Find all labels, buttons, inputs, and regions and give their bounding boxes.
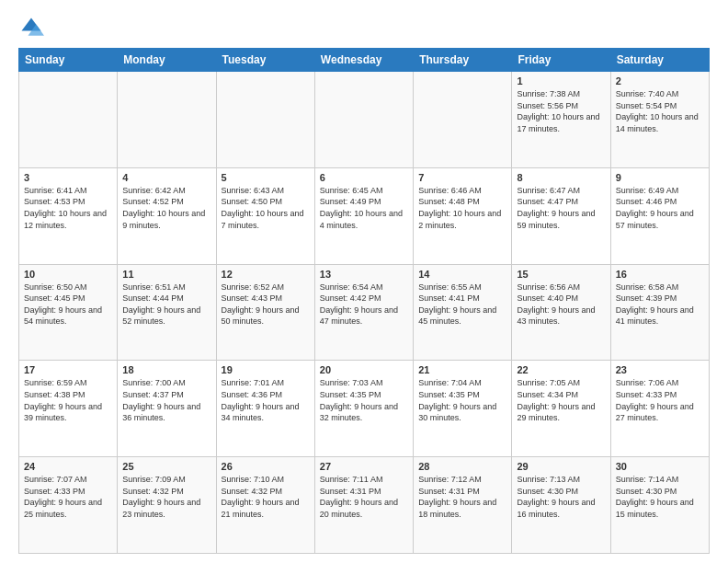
day-number: 5: [222, 172, 310, 183]
day-number: 16: [616, 269, 704, 280]
calendar-cell: 11Sunrise: 6:51 AM Sunset: 4:44 PM Dayli…: [118, 264, 216, 361]
calendar-header-saturday: Saturday: [610, 49, 709, 72]
calendar-header-sunday: Sunday: [19, 49, 118, 72]
calendar-cell: [19, 72, 118, 168]
day-number: 17: [24, 364, 112, 375]
day-info: Sunrise: 7:11 AM Sunset: 4:31 PM Dayligh…: [320, 474, 408, 520]
calendar-cell: 29Sunrise: 7:13 AM Sunset: 4:30 PM Dayli…: [512, 457, 610, 554]
calendar-cell: 16Sunrise: 6:58 AM Sunset: 4:39 PM Dayli…: [610, 264, 709, 361]
day-info: Sunrise: 6:55 AM Sunset: 4:41 PM Dayligh…: [418, 282, 506, 327]
day-number: 30: [616, 461, 704, 472]
day-number: 24: [24, 461, 112, 472]
day-info: Sunrise: 7:06 AM Sunset: 4:33 PM Dayligh…: [616, 377, 704, 423]
calendar: SundayMondayTuesdayWednesdayThursdayFrid…: [18, 48, 710, 554]
calendar-cell: 20Sunrise: 7:03 AM Sunset: 4:35 PM Dayli…: [314, 361, 413, 457]
day-info: Sunrise: 6:47 AM Sunset: 4:47 PM Dayligh…: [517, 185, 605, 231]
calendar-week-5: 24Sunrise: 7:07 AM Sunset: 4:33 PM Dayli…: [19, 457, 710, 554]
day-info: Sunrise: 6:51 AM Sunset: 4:44 PM Dayligh…: [122, 282, 210, 327]
day-number: 2: [616, 75, 704, 86]
day-number: 8: [517, 172, 605, 183]
day-info: Sunrise: 6:41 AM Sunset: 4:53 PM Dayligh…: [24, 185, 112, 231]
day-number: 25: [122, 461, 210, 472]
calendar-cell: 21Sunrise: 7:04 AM Sunset: 4:35 PM Dayli…: [414, 361, 512, 457]
day-info: Sunrise: 7:03 AM Sunset: 4:35 PM Dayligh…: [320, 377, 408, 423]
day-info: Sunrise: 6:52 AM Sunset: 4:43 PM Dayligh…: [222, 282, 310, 327]
day-info: Sunrise: 7:09 AM Sunset: 4:32 PM Dayligh…: [122, 474, 210, 520]
day-number: 23: [616, 364, 704, 375]
calendar-cell: 9Sunrise: 6:49 AM Sunset: 4:46 PM Daylig…: [610, 167, 709, 264]
day-info: Sunrise: 6:43 AM Sunset: 4:50 PM Dayligh…: [222, 185, 310, 231]
day-number: 6: [320, 172, 408, 183]
calendar-header-thursday: Thursday: [414, 49, 512, 72]
calendar-cell: 2Sunrise: 7:40 AM Sunset: 5:54 PM Daylig…: [610, 72, 709, 168]
day-number: 19: [222, 364, 310, 375]
day-info: Sunrise: 6:54 AM Sunset: 4:42 PM Dayligh…: [320, 282, 408, 327]
calendar-cell: 27Sunrise: 7:11 AM Sunset: 4:31 PM Dayli…: [314, 457, 413, 554]
calendar-cell: 7Sunrise: 6:46 AM Sunset: 4:48 PM Daylig…: [414, 167, 512, 264]
calendar-cell: 13Sunrise: 6:54 AM Sunset: 4:42 PM Dayli…: [314, 264, 413, 361]
calendar-cell: 24Sunrise: 7:07 AM Sunset: 4:33 PM Dayli…: [19, 457, 118, 554]
calendar-cell: 17Sunrise: 6:59 AM Sunset: 4:38 PM Dayli…: [19, 361, 118, 457]
calendar-cell: [118, 72, 216, 168]
calendar-cell: 10Sunrise: 6:50 AM Sunset: 4:45 PM Dayli…: [19, 264, 118, 361]
day-info: Sunrise: 6:50 AM Sunset: 4:45 PM Dayligh…: [24, 282, 112, 327]
day-info: Sunrise: 6:42 AM Sunset: 4:52 PM Dayligh…: [122, 185, 210, 231]
day-number: 1: [517, 75, 605, 86]
calendar-body: 1Sunrise: 7:38 AM Sunset: 5:56 PM Daylig…: [19, 72, 710, 554]
day-number: 13: [320, 269, 408, 280]
day-number: 11: [122, 269, 210, 280]
day-info: Sunrise: 7:40 AM Sunset: 5:54 PM Dayligh…: [616, 88, 704, 134]
logo-icon: [18, 15, 44, 40]
day-info: Sunrise: 7:04 AM Sunset: 4:35 PM Dayligh…: [418, 377, 506, 423]
day-number: 14: [418, 269, 506, 280]
day-info: Sunrise: 6:46 AM Sunset: 4:48 PM Dayligh…: [418, 185, 506, 231]
calendar-week-1: 1Sunrise: 7:38 AM Sunset: 5:56 PM Daylig…: [19, 72, 710, 168]
calendar-cell: 1Sunrise: 7:38 AM Sunset: 5:56 PM Daylig…: [512, 72, 610, 168]
day-number: 21: [418, 364, 506, 375]
day-number: 15: [517, 269, 605, 280]
calendar-header-friday: Friday: [512, 49, 610, 72]
calendar-cell: 14Sunrise: 6:55 AM Sunset: 4:41 PM Dayli…: [414, 264, 512, 361]
calendar-cell: 5Sunrise: 6:43 AM Sunset: 4:50 PM Daylig…: [216, 167, 314, 264]
day-info: Sunrise: 7:38 AM Sunset: 5:56 PM Dayligh…: [517, 88, 605, 134]
calendar-cell: 12Sunrise: 6:52 AM Sunset: 4:43 PM Dayli…: [216, 264, 314, 361]
calendar-cell: 26Sunrise: 7:10 AM Sunset: 4:32 PM Dayli…: [216, 457, 314, 554]
day-number: 27: [320, 461, 408, 472]
day-info: Sunrise: 7:14 AM Sunset: 4:30 PM Dayligh…: [616, 474, 704, 520]
calendar-cell: 23Sunrise: 7:06 AM Sunset: 4:33 PM Dayli…: [610, 361, 709, 457]
day-number: 12: [222, 269, 310, 280]
day-number: 4: [122, 172, 210, 183]
calendar-cell: 25Sunrise: 7:09 AM Sunset: 4:32 PM Dayli…: [118, 457, 216, 554]
day-number: 3: [24, 172, 112, 183]
day-info: Sunrise: 6:59 AM Sunset: 4:38 PM Dayligh…: [24, 377, 112, 423]
calendar-cell: [216, 72, 314, 168]
day-number: 18: [122, 364, 210, 375]
calendar-cell: [314, 72, 413, 168]
calendar-cell: 15Sunrise: 6:56 AM Sunset: 4:40 PM Dayli…: [512, 264, 610, 361]
calendar-cell: 6Sunrise: 6:45 AM Sunset: 4:49 PM Daylig…: [314, 167, 413, 264]
day-info: Sunrise: 7:00 AM Sunset: 4:37 PM Dayligh…: [122, 377, 210, 423]
day-info: Sunrise: 6:58 AM Sunset: 4:39 PM Dayligh…: [616, 282, 704, 327]
day-number: 10: [24, 269, 112, 280]
calendar-cell: 3Sunrise: 6:41 AM Sunset: 4:53 PM Daylig…: [19, 167, 118, 264]
day-info: Sunrise: 7:10 AM Sunset: 4:32 PM Dayligh…: [222, 474, 310, 520]
calendar-cell: 19Sunrise: 7:01 AM Sunset: 4:36 PM Dayli…: [216, 361, 314, 457]
calendar-cell: 4Sunrise: 6:42 AM Sunset: 4:52 PM Daylig…: [118, 167, 216, 264]
day-number: 20: [320, 364, 408, 375]
calendar-cell: 22Sunrise: 7:05 AM Sunset: 4:34 PM Dayli…: [512, 361, 610, 457]
calendar-week-4: 17Sunrise: 6:59 AM Sunset: 4:38 PM Dayli…: [19, 361, 710, 457]
calendar-week-2: 3Sunrise: 6:41 AM Sunset: 4:53 PM Daylig…: [19, 167, 710, 264]
calendar-week-3: 10Sunrise: 6:50 AM Sunset: 4:45 PM Dayli…: [19, 264, 710, 361]
calendar-header-wednesday: Wednesday: [314, 49, 413, 72]
calendar-cell: 30Sunrise: 7:14 AM Sunset: 4:30 PM Dayli…: [610, 457, 709, 554]
calendar-cell: 8Sunrise: 6:47 AM Sunset: 4:47 PM Daylig…: [512, 167, 610, 264]
calendar-cell: [414, 72, 512, 168]
day-info: Sunrise: 7:05 AM Sunset: 4:34 PM Dayligh…: [517, 377, 605, 423]
day-info: Sunrise: 7:13 AM Sunset: 4:30 PM Dayligh…: [517, 474, 605, 520]
logo: [18, 15, 46, 40]
day-info: Sunrise: 6:49 AM Sunset: 4:46 PM Dayligh…: [616, 185, 704, 231]
day-number: 9: [616, 172, 704, 183]
day-number: 22: [517, 364, 605, 375]
calendar-header-monday: Monday: [118, 49, 216, 72]
day-number: 28: [418, 461, 506, 472]
